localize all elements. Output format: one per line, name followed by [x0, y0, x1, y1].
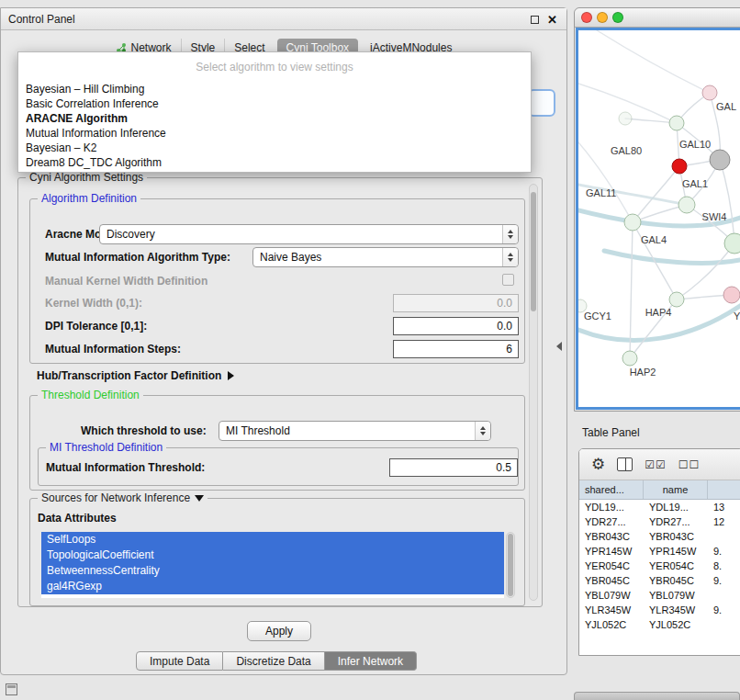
list-item-selfloops[interactable]: SelfLoops [41, 532, 504, 548]
table-cell[interactable]: 9. [708, 604, 740, 615]
column-header-name[interactable]: name [644, 480, 708, 499]
sources-group-title[interactable]: Sources for Network Inference [38, 491, 207, 504]
mi-steps-field[interactable]: 6 [393, 340, 519, 358]
table-row[interactable]: YBL079W YBL079W [579, 588, 740, 603]
table-cell[interactable]: YBR045C [644, 575, 708, 586]
table-cell[interactable]: 12 [708, 516, 740, 527]
select-all-icon[interactable]: ☑☑ [645, 458, 667, 471]
minimized-window-titlebar[interactable] [574, 692, 740, 700]
table-row[interactable]: YDL19... YDL19... 13 [579, 500, 740, 514]
table-cell[interactable]: YDR27... [644, 516, 708, 527]
combo-value: Discovery [100, 228, 502, 241]
dropdown-item-dream8[interactable]: Dream8 DC_TDC Algorithm [18, 155, 531, 170]
mi-threshold-field[interactable]: 0.5 [389, 458, 518, 477]
table-row[interactable]: YLR345W YLR345W 9. [579, 603, 740, 617]
list-item-betweennesscentrality[interactable]: BetweennessCentrality [41, 563, 504, 579]
network-node[interactable] [622, 351, 637, 366]
column-header-extra[interactable] [708, 480, 740, 499]
network-node[interactable] [723, 287, 740, 303]
table-cell[interactable]: YDR27... [579, 516, 644, 527]
tab-discretize-data[interactable]: Discretize Data [223, 651, 324, 671]
table-cell[interactable]: YPR145W [579, 546, 644, 557]
dpi-tolerance-label: DPI Tolerance [0,1]: [45, 320, 147, 333]
minimize-traffic-light-icon[interactable] [597, 12, 608, 23]
table-cell[interactable]: YPR145W [644, 546, 708, 557]
tab-infer-network[interactable]: Infer Network [325, 651, 417, 671]
dpi-tolerance-field[interactable]: 0.0 [393, 317, 519, 335]
panel-collapse-handle[interactable] [556, 342, 562, 351]
which-threshold-combo[interactable]: MI Threshold [219, 421, 491, 441]
algorithm-definition-group: Algorithm Definition Aracne Mode: Discov… [29, 198, 525, 364]
network-window-titlebar[interactable] [575, 8, 740, 28]
table-cell[interactable]: 9. [708, 546, 740, 557]
network-canvas[interactable]: GAL GAL80 GAL10 GAL11 GAL1 SWI4 GAL4 GCY… [576, 28, 740, 410]
node-label-gal11: GAL11 [586, 187, 616, 198]
algorithm-combo-fragment[interactable] [528, 89, 555, 117]
data-attributes-label: Data Attributes [38, 512, 117, 525]
deselect-all-icon[interactable]: ☐☐ [678, 458, 701, 471]
table-cell[interactable]: YJL052C [579, 619, 644, 630]
network-node[interactable] [669, 292, 684, 307]
close-traffic-light-icon[interactable] [581, 12, 592, 23]
combo-stepper-icon [475, 422, 490, 440]
table-cell[interactable]: YBR043C [579, 531, 644, 542]
network-node[interactable] [672, 159, 687, 174]
columns-icon[interactable] [617, 457, 633, 471]
network-edge [597, 30, 710, 93]
dropdown-item-bayesian-hill[interactable]: Bayesian – Hill Climbing [18, 82, 531, 96]
table-cell[interactable]: YER054C [579, 560, 644, 571]
table-cell[interactable]: YBR045C [579, 575, 644, 586]
tab-impute-data[interactable]: Impute Data [136, 651, 223, 671]
close-icon[interactable]: ✕ [547, 14, 557, 26]
table-row[interactable]: YBR045C YBR045C 9. [579, 573, 740, 588]
table-cell[interactable]: YBL079W [644, 590, 708, 601]
network-edge [630, 222, 633, 358]
table-cell[interactable]: YBR043C [644, 531, 708, 542]
table-row[interactable]: YER054C YER054C 8. [579, 559, 740, 573]
network-node[interactable] [702, 85, 717, 100]
network-node[interactable] [724, 233, 740, 254]
float-window-icon[interactable] [531, 16, 539, 24]
table-row[interactable]: YPR145W YPR145W 9. [579, 544, 740, 559]
table-body: YDL19... YDL19... 13 YDR27... YDR27... 1… [579, 500, 740, 655]
list-item-gal4rgexp[interactable]: gal4RGexp [41, 579, 504, 594]
table-cell[interactable]: YDL19... [579, 502, 644, 513]
settings-scrollbar[interactable] [529, 184, 538, 601]
node-label-hap2: HAP2 [630, 367, 656, 378]
dropdown-item-mutual-information[interactable]: Mutual Information Inference [18, 126, 531, 141]
table-row[interactable]: YDR27... YDR27... 12 [579, 514, 740, 529]
dropdown-item-basic-correlation[interactable]: Basic Correlation Inference [18, 96, 531, 111]
table-cell[interactable]: 13 [708, 502, 740, 513]
mi-type-combo[interactable]: Naive Bayes [252, 247, 519, 267]
network-node[interactable] [669, 116, 684, 130]
network-node[interactable] [624, 214, 641, 231]
table-cell[interactable]: YJL052C [644, 619, 708, 630]
zoom-traffic-light-icon[interactable] [612, 12, 623, 23]
table-cell[interactable]: YLR345W [644, 604, 708, 615]
dropdown-item-bayesian-k2[interactable]: Bayesian – K2 [18, 141, 531, 155]
apply-button[interactable]: Apply [247, 621, 311, 641]
table-cell[interactable]: YLR345W [579, 604, 644, 615]
network-node[interactable] [710, 150, 730, 170]
network-node[interactable] [619, 112, 632, 125]
table-cell[interactable]: YER054C [644, 560, 708, 571]
attributes-scrollbar[interactable] [506, 532, 515, 598]
table-row[interactable]: YJL052C YJL052C [579, 617, 740, 632]
hub-section-header[interactable]: Hub/Transcription Factor Definition [37, 369, 234, 382]
gear-icon[interactable]: ⚙ [591, 457, 605, 472]
column-header-shared-name[interactable]: shared... [579, 480, 644, 499]
list-item-topologicalcoefficient[interactable]: TopologicalCoefficient [41, 548, 504, 563]
dropdown-item-aracne[interactable]: ARACNE Algorithm [18, 111, 531, 126]
scrollbar-thumb[interactable] [508, 534, 513, 596]
network-node[interactable] [678, 197, 695, 213]
table-cell[interactable]: YDL19... [644, 502, 708, 513]
table-cell[interactable]: YBL079W [579, 590, 644, 601]
scrollbar-thumb[interactable] [531, 192, 536, 311]
table-cell[interactable]: 8. [708, 560, 740, 571]
aracne-mode-combo[interactable]: Discovery [99, 224, 519, 244]
table-cell[interactable]: 9. [708, 575, 740, 586]
mi-threshold-definition-group: MI Threshold Definition Mutual Informati… [38, 447, 519, 486]
docked-panel-icon[interactable] [6, 683, 17, 695]
table-row[interactable]: YBR043C YBR043C [579, 529, 740, 544]
control-panel-titlebar[interactable]: Control Panel ✕ [1, 8, 566, 30]
